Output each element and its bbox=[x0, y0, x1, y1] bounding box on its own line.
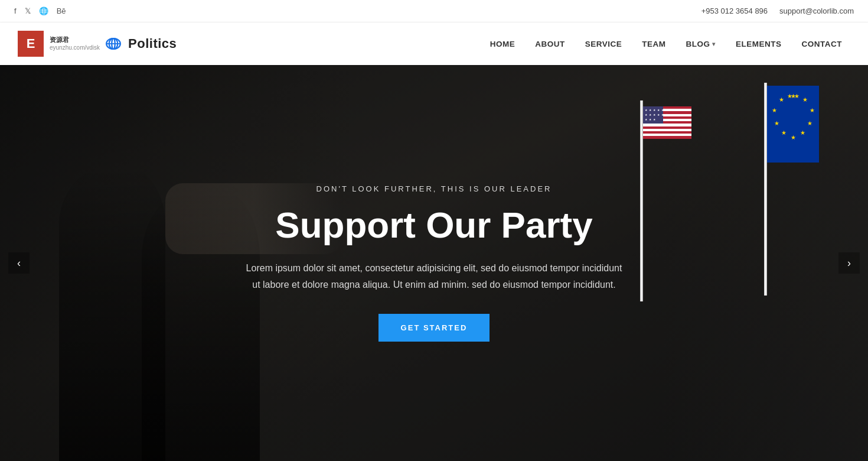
logo-letter: E bbox=[27, 36, 35, 51]
hero-description: Lorem ipsum dolor sit amet, consectetur … bbox=[245, 260, 623, 292]
svg-text:★: ★ bbox=[802, 96, 808, 103]
eu-flag-svg: ★ ★ ★ ★ ★ ★ ★ ★ ★ ★ ★ ★ bbox=[769, 89, 817, 160]
svg-text:★: ★ bbox=[774, 120, 779, 126]
logo-area: E 资源君 eyunzhu.com/vdisk Politics bbox=[18, 31, 177, 57]
svg-text:★: ★ bbox=[772, 107, 777, 113]
contact-info: +953 012 3654 896 support@colorlib.com bbox=[701, 7, 854, 15]
eu-flag: ★ ★ ★ ★ ★ ★ ★ ★ ★ ★ ★ ★ bbox=[732, 83, 797, 296]
twitter-icon[interactable]: 𝕏 bbox=[25, 7, 31, 15]
get-started-button[interactable]: GET STARTED bbox=[378, 314, 490, 342]
nav-blog[interactable]: BLOG ▾ bbox=[677, 35, 724, 53]
social-links: f 𝕏 🌐 Bē bbox=[14, 7, 66, 15]
phone-number: +953 012 3654 896 bbox=[701, 7, 768, 15]
nav-contact[interactable]: CONTACT bbox=[794, 35, 851, 53]
logo-chinese: 资源君 bbox=[50, 36, 100, 44]
svg-text:★: ★ bbox=[791, 134, 796, 141]
header: E 资源君 eyunzhu.com/vdisk Politics HOME AB… bbox=[0, 22, 868, 65]
hero-section: ★★★★★ ★★★★★ ★★★★★ ★ ★ ★ bbox=[0, 65, 868, 461]
svg-text:★: ★ bbox=[787, 93, 792, 99]
logo-letter-box: E bbox=[18, 31, 44, 57]
nav-home[interactable]: HOME bbox=[482, 35, 524, 53]
email-link[interactable]: support@colorlib.com bbox=[779, 7, 854, 15]
nav-team[interactable]: TEAM bbox=[634, 35, 674, 53]
svg-text:★: ★ bbox=[794, 93, 800, 99]
chevron-down-icon: ▾ bbox=[712, 41, 716, 47]
hero-prev-arrow[interactable]: ‹ bbox=[8, 252, 30, 274]
hero-title: Support Our Party bbox=[245, 204, 623, 246]
behance-icon[interactable]: Bē bbox=[57, 7, 66, 15]
logo-text-block: 资源君 eyunzhu.com/vdisk bbox=[50, 36, 100, 51]
eu-flag-cloth: ★ ★ ★ ★ ★ ★ ★ ★ ★ ★ ★ ★ bbox=[767, 86, 819, 163]
wave-icon bbox=[106, 38, 121, 50]
facebook-icon[interactable]: f bbox=[14, 7, 17, 15]
svg-text:★: ★ bbox=[807, 120, 812, 126]
flag-canton: ★★★★★ ★★★★★ ★★★★★ bbox=[643, 106, 663, 124]
nav-elements[interactable]: ELEMENTS bbox=[727, 35, 790, 53]
svg-text:★: ★ bbox=[779, 96, 784, 103]
logo-url: eyunzhu.com/vdisk bbox=[50, 44, 100, 51]
svg-text:★: ★ bbox=[800, 129, 805, 136]
hero-subtitle: DON'T LOOK FURTHER, THIS IS OUR LEADER bbox=[245, 184, 623, 193]
globe-icon[interactable]: 🌐 bbox=[39, 7, 48, 15]
us-flag-cloth: ★★★★★ ★★★★★ ★★★★★ bbox=[643, 106, 691, 139]
svg-text:★: ★ bbox=[810, 107, 815, 113]
top-bar: f 𝕏 🌐 Bē +953 012 3654 896 support@color… bbox=[0, 0, 868, 22]
main-nav: HOME ABOUT SERVICE TEAM BLOG ▾ ELEMENTS … bbox=[482, 35, 850, 53]
hero-next-arrow[interactable]: › bbox=[838, 252, 860, 274]
svg-text:★: ★ bbox=[781, 129, 787, 136]
nav-about[interactable]: ABOUT bbox=[527, 35, 573, 53]
hero-content: DON'T LOOK FURTHER, THIS IS OUR LEADER S… bbox=[233, 184, 635, 342]
nav-service[interactable]: SERVICE bbox=[577, 35, 631, 53]
logo-brand-word: Politics bbox=[128, 36, 177, 51]
